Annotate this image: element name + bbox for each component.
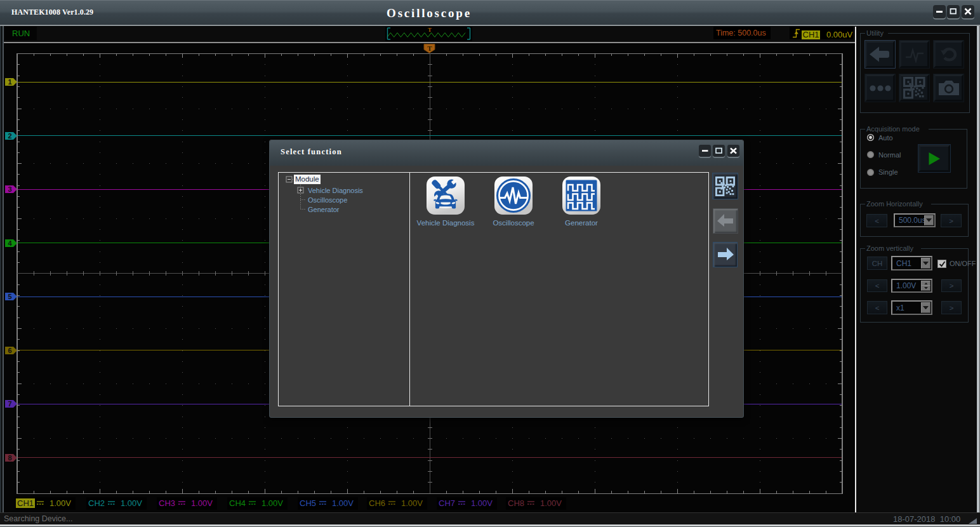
svg-text:T: T [427,44,432,52]
svg-text:6: 6 [8,347,11,354]
svg-text:5: 5 [8,293,11,300]
svg-text:2: 2 [8,132,11,140]
svg-text:3: 3 [8,185,11,193]
svg-text:7: 7 [8,400,11,408]
svg-text:8: 8 [8,454,11,462]
svg-text:4: 4 [8,239,12,247]
svg-text:1: 1 [8,78,11,86]
